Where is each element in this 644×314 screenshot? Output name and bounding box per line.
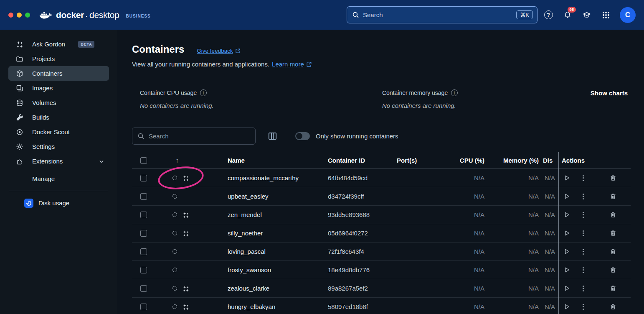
start-container-button[interactable] (563, 174, 570, 181)
delete-container-button[interactable] (610, 285, 616, 292)
show-charts-button[interactable]: Show charts (591, 89, 631, 97)
delete-container-button[interactable] (610, 174, 616, 181)
table-row[interactable]: zen_mendel 93dd5e893688 N/A N/A N/A (132, 206, 631, 224)
customize-columns-button[interactable] (268, 131, 277, 141)
info-icon[interactable]: i (200, 89, 207, 96)
table-row[interactable]: silly_noether 05d6964f0272 N/A N/A N/A (132, 224, 631, 243)
gordon-sparkles-icon[interactable] (183, 212, 189, 218)
help-button[interactable]: ? (543, 10, 554, 20)
start-container-button[interactable] (563, 230, 570, 237)
container-status-icon (172, 268, 177, 272)
column-resize-line[interactable] (558, 152, 559, 314)
delete-container-button[interactable] (610, 230, 616, 237)
delete-container-button[interactable] (610, 211, 616, 218)
delete-container-button[interactable] (610, 193, 616, 200)
row-checkbox[interactable] (140, 267, 147, 273)
learn-more-link[interactable]: Learn more (272, 61, 312, 68)
container-name[interactable]: loving_pascal (221, 248, 322, 255)
gordon-sparkles-icon[interactable] (183, 304, 189, 310)
container-name[interactable]: upbeat_easley (221, 193, 322, 200)
sidebar-item-settings[interactable]: Settings (8, 139, 109, 154)
maximize-window-button[interactable] (25, 13, 30, 18)
containers-page: Containers Give feedback View all your r… (117, 30, 644, 314)
table-row[interactable]: frosty_swanson 18e49d8db776 N/A N/A N/A (132, 261, 631, 279)
info-icon[interactable]: i (451, 89, 458, 96)
close-window-button[interactable] (8, 13, 13, 18)
gordon-sparkles-icon[interactable] (183, 285, 189, 292)
running-only-toggle[interactable] (295, 132, 310, 140)
container-search[interactable] (132, 128, 256, 145)
start-container-button[interactable] (563, 303, 570, 310)
gordon-sparkles-icon[interactable] (183, 175, 189, 181)
header-name[interactable]: Name (221, 157, 322, 164)
row-menu-button[interactable] (581, 211, 586, 219)
sidebar-item-containers[interactable]: Containers (8, 66, 109, 81)
search-icon (352, 11, 359, 18)
container-name[interactable]: frosty_swanson (221, 266, 322, 273)
container-name[interactable]: compassionate_mccarthy (221, 174, 322, 181)
table-row[interactable]: hungry_elbakyan 58097ed18b8f N/A N/A N/A (132, 298, 631, 314)
sidebar-item-extensions[interactable]: Extensions (8, 154, 109, 168)
start-container-button[interactable] (563, 193, 570, 200)
table-row[interactable]: loving_pascal 72f1f8c643f4 N/A N/A N/A (132, 243, 631, 261)
row-checkbox[interactable] (140, 285, 147, 292)
header-ports[interactable]: Port(s) (390, 157, 445, 164)
table-row[interactable]: compassionate_mccarthy 64fb484d59cd N/A … (132, 169, 631, 187)
gordon-sparkles-icon[interactable] (183, 230, 189, 237)
sidebar-item-builds[interactable]: Builds (8, 110, 109, 125)
sidebar-item-manage[interactable]: Manage (8, 171, 109, 186)
header-cpu[interactable]: CPU (%) (445, 157, 484, 164)
row-menu-button[interactable] (581, 285, 586, 292)
container-status-icon (172, 212, 177, 217)
delete-container-button[interactable] (610, 266, 616, 273)
start-container-button[interactable] (563, 248, 570, 255)
learning-center-button[interactable] (581, 10, 592, 20)
start-container-button[interactable] (563, 211, 570, 218)
container-name[interactable]: hungry_elbakyan (221, 303, 322, 310)
start-container-button[interactable] (563, 285, 570, 292)
row-checkbox[interactable] (140, 230, 147, 237)
header-container-id[interactable]: Container ID (322, 157, 390, 164)
container-name[interactable]: silly_noether (221, 230, 322, 237)
sidebar-item-label: Volumes (32, 99, 56, 106)
row-checkbox[interactable] (140, 212, 147, 218)
row-checkbox[interactable] (140, 193, 147, 200)
sidebar-item-docker-scout[interactable]: Docker Scout (8, 125, 109, 139)
play-icon (563, 285, 570, 292)
start-container-button[interactable] (563, 266, 570, 273)
row-menu-button[interactable] (581, 248, 586, 255)
delete-container-button[interactable] (610, 303, 616, 310)
row-menu-button[interactable] (581, 230, 586, 237)
minimize-window-button[interactable] (17, 13, 22, 18)
sidebar-item-ask-gordon[interactable]: Ask Gordon BETA (8, 37, 109, 51)
row-checkbox[interactable] (140, 304, 147, 310)
global-search[interactable]: ⌘K (347, 6, 538, 23)
row-menu-button[interactable] (581, 174, 586, 182)
row-menu-button[interactable] (581, 193, 586, 200)
notifications-button[interactable]: 95 (562, 10, 573, 20)
container-name[interactable]: zealous_clarke (221, 285, 322, 292)
global-search-input[interactable] (363, 11, 516, 18)
sidebar-item-images[interactable]: Images (8, 81, 109, 95)
give-feedback-link[interactable]: Give feedback (197, 48, 240, 54)
sidebar-item-disk-usage[interactable]: Disk usage (8, 196, 109, 210)
row-menu-button[interactable] (581, 266, 586, 274)
container-search-input[interactable] (149, 133, 250, 140)
status-sort-header[interactable]: ↑ (157, 157, 221, 164)
container-name[interactable]: zen_mendel (221, 211, 322, 218)
play-icon (563, 266, 570, 273)
user-avatar[interactable]: C (620, 7, 636, 23)
sidebar-item-volumes[interactable]: Volumes (8, 95, 109, 110)
row-menu-button[interactable] (581, 303, 586, 311)
select-all-checkbox[interactable] (140, 157, 147, 164)
header-disk[interactable]: Dis (539, 157, 558, 164)
apps-grid-button[interactable] (601, 10, 611, 20)
table-row[interactable]: upbeat_easley d34724f39cff N/A N/A N/A (132, 187, 631, 206)
container-cpu: N/A (445, 211, 484, 218)
sidebar-item-projects[interactable]: Projects (8, 51, 109, 66)
row-checkbox[interactable] (140, 248, 147, 255)
delete-container-button[interactable] (610, 248, 616, 255)
row-checkbox[interactable] (140, 175, 147, 181)
table-row[interactable]: zealous_clarke 89a8267a5ef2 N/A N/A N/A (132, 279, 631, 298)
header-memory[interactable]: Memory (%) (484, 157, 539, 164)
